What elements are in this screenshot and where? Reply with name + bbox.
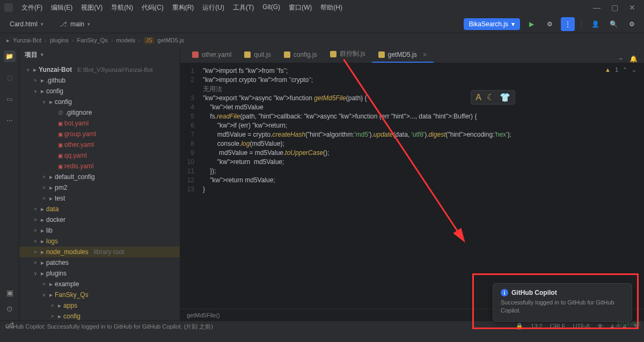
tree-item[interactable]: >▸apps [19,300,180,311]
account-icon[interactable]: 👤 [588,17,602,31]
editor-tab[interactable]: 群控制.js [324,46,372,63]
menu-item[interactable]: 视图(V) [78,2,106,13]
project-tool-icon[interactable]: 📁 [4,50,16,62]
run-button[interactable]: ▶ [524,17,538,31]
line-ending[interactable]: CRLF [550,323,566,331]
tree-item[interactable]: >▸.github [19,75,180,86]
tree-item[interactable]: v▸plugins [19,268,180,279]
cursor-position[interactable]: 13:2 [531,323,542,331]
menu-item[interactable]: 代码(C) [138,2,167,13]
encoding[interactable]: UTF-8 [573,323,589,331]
structure-tool-icon[interactable]: ▭ [4,93,16,105]
tree-item[interactable]: group.yaml [19,129,180,139]
warning-icon[interactable]: ▲ [605,65,611,75]
tree-item[interactable]: >▸node_moduleslibrary root [19,247,180,257]
commit-tool-icon[interactable]: ◌ [4,72,16,84]
breadcrumb-item[interactable]: models [116,37,135,43]
run-config-selector[interactable]: BikaSearch.js ▾ [464,18,520,30]
tree-item[interactable]: v▸config [19,86,180,96]
code-line[interactable]: "kw">let md5Value [203,103,644,112]
tree-item[interactable]: >▸config [19,311,180,321]
breadcrumb-item[interactable]: getMD5.js [157,37,184,43]
menu-item[interactable]: 工具(T) [230,2,257,13]
maximize-icon[interactable]: ▢ [611,3,618,12]
close-icon[interactable]: ✕ [629,3,635,12]
code-line[interactable]: md5Value = md5Value.toUpperCase(); [203,148,644,158]
code-line[interactable]: "kw">return md5Value; [203,158,644,167]
close-tab-icon[interactable]: ✕ [422,51,427,58]
editor-tab[interactable]: other.yaml [186,48,238,63]
menu-item[interactable]: 导航(N) [108,2,136,13]
editor-tab[interactable]: quit.js [238,48,277,63]
tree-item[interactable]: v▸FanSky_Qs [19,289,180,300]
tree-item[interactable]: bot.yaml [19,118,180,129]
info-icon: i [501,289,508,296]
menu-item[interactable]: 帮助(H) [317,2,346,13]
moon-icon[interactable]: ☾ [487,93,494,102]
tree-item[interactable]: >▸data [19,204,180,214]
debug-settings-icon[interactable]: ⚙ [543,17,557,31]
lock-icon[interactable]: 🔒 [516,323,523,331]
breadcrumb-item[interactable]: Yunzai-Bot [13,37,41,43]
breadcrumb-item[interactable]: plugins [50,37,69,43]
code-line[interactable]: "kw">import crypto "kw">from "crypto"; [203,76,644,85]
branch-selector[interactable]: ⎇ main ▾ [55,18,94,30]
code-line[interactable]: }); [203,167,644,176]
tree-item[interactable]: >▸docker [19,214,180,225]
more-tool-icon[interactable]: ⋯ [4,115,16,127]
code-line[interactable]: 无用法 [203,85,644,94]
problems-tool-icon[interactable]: ⊙ [6,304,13,313]
menu-item[interactable]: 文件(F) [18,2,46,13]
code-line[interactable]: console.log(md5Value); [203,139,644,148]
terminal-tool-icon[interactable]: ▣ [6,288,13,297]
code-line[interactable]: "kw">export "kw">async "kw">function get… [203,94,644,103]
tree-item[interactable]: v▸config [19,96,180,107]
git-tool-icon[interactable]: ⎇ [5,321,14,329]
code-line[interactable]: md5Value = crypto.createHash("hint">algo… [203,130,644,139]
tree-item[interactable]: qq.yaml [19,150,180,161]
minimize-icon[interactable]: — [593,3,601,12]
search-icon[interactable]: 🔍 [606,17,620,31]
tree-item[interactable]: >▸pm2 [19,182,180,193]
tree-item[interactable]: >▸logs [19,236,180,247]
tab-label: config.js [294,51,317,58]
chevron-up-icon[interactable]: ⌃ [623,65,627,75]
shirt-icon[interactable]: 👕 [500,93,510,102]
menu-item[interactable]: Git(G) [259,2,283,13]
chevron-down-icon[interactable]: ▾ [41,52,43,57]
code-line[interactable]: } [203,185,644,194]
visibility-icon[interactable]: 👁 [597,323,603,331]
menu-item[interactable]: 运行(U) [199,2,228,13]
code-line[interactable]: "kw">return md5Value; [203,176,644,185]
tree-item[interactable]: >▸lib [19,225,180,236]
code-line[interactable]: "kw">import fs "kw">from "fs"; [203,66,644,76]
menu-item[interactable]: 窗口(W) [286,2,315,13]
notification-toast[interactable]: i GitHub Copilot Successfully logged in … [493,283,632,322]
file-selector[interactable]: Card.html ▾ [5,18,48,30]
font-icon[interactable]: A [475,93,481,102]
tree-root[interactable]: v ▸ Yunzai-Bot E:\Bot_V3\yunzai\Yunzai-B… [19,64,180,75]
tree-item[interactable]: >▸patches [19,257,180,268]
menu-item[interactable]: 重构(R) [169,2,197,13]
more-actions-icon[interactable]: ⋮ [561,17,575,31]
code-line[interactable]: fs.readFile(path, "hint">callback: "kw">… [203,112,644,121]
tree-item[interactable]: redis.yaml [19,161,180,172]
tree-item[interactable]: other.yaml [19,139,180,150]
chevron-down-icon: ▾ [87,21,90,27]
warning-count: 1 [615,65,618,75]
editor-tab[interactable]: config.js [277,48,324,63]
app-logo [4,3,13,12]
settings-icon[interactable]: ⚙ [625,17,639,31]
editor-tab[interactable]: getMD5.js✕ [372,48,434,63]
notifications-icon[interactable]: 🔔 [630,55,638,63]
breadcrumb-item[interactable]: FanSky_Qs [77,37,107,43]
tree-item[interactable]: >▸test [19,193,180,204]
tree-item[interactable]: >▸example [19,279,180,289]
split-icon[interactable]: ⫟ [618,55,624,63]
tree-item[interactable]: >▸default_config [19,172,180,182]
menubar: 文件(F)编辑(E)视图(V)导航(N)代码(C)重构(R)运行(U)工具(T)… [18,2,346,13]
tree-item[interactable]: ⊘.gitignore [19,107,180,118]
code-line[interactable]: "kw">if (err) "kw">return; [203,121,644,130]
menu-item[interactable]: 编辑(E) [48,2,76,13]
chevron-down-icon[interactable]: ⌄ [632,65,636,75]
